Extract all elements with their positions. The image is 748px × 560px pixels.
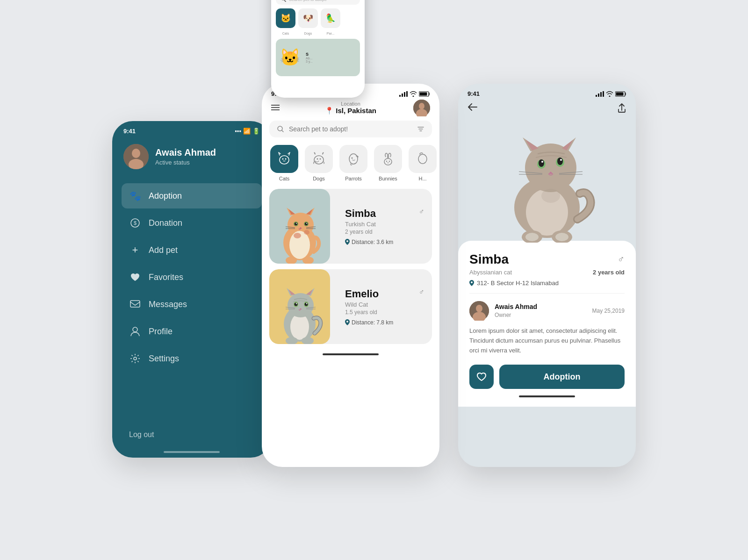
dogs-label: Dogs (313, 176, 325, 181)
search-bar[interactable] (269, 121, 432, 137)
nav-item-messages[interactable]: Messages (122, 292, 262, 317)
nav-label-adoption: Adoption (149, 191, 182, 201)
svg-text:$: $ (134, 220, 137, 226)
location-pin-icon: 📍 (325, 107, 334, 115)
category-parrots[interactable]: Parrots (338, 145, 368, 181)
svg-rect-77 (600, 92, 602, 97)
svg-point-21 (280, 156, 289, 164)
nav-item-adoption[interactable]: 🐾 Adoption (122, 183, 262, 208)
parrot-icon (346, 151, 361, 166)
mini-categories: 🐱 🐶 🦜 (271, 7, 365, 30)
svg-point-6 (133, 327, 137, 332)
pet-detail-header: Simba ♂ (469, 252, 625, 267)
emelio-distance: Distance: 7.8 km (345, 319, 424, 326)
category-dogs[interactable]: Dogs (304, 145, 334, 181)
mini-search: 🔍 Search pet to adopt! (276, 0, 360, 5)
svg-point-28 (352, 158, 353, 159)
svg-point-31 (389, 161, 390, 162)
emelio-distance-text: Distance: 7.8 km (352, 319, 393, 326)
category-horses[interactable]: H... (408, 145, 438, 181)
logout-button[interactable]: Log out (129, 431, 154, 439)
location-pin2-icon (345, 319, 350, 325)
emelio-gender: ♂ (419, 288, 424, 296)
nav-item-favorites[interactable]: Favorites (122, 265, 262, 290)
pet-card-emelio[interactable]: Emelio ♂ Wild Cat 1.5 years old Distance… (269, 269, 432, 344)
phone3-status-icons (596, 91, 626, 97)
settings-icon (129, 352, 141, 365)
pet-address: 312- B Sector H-12 Islamabad (469, 280, 625, 294)
back-button[interactable] (468, 103, 478, 115)
search-icon (277, 125, 284, 133)
location-pin-icon (345, 239, 350, 245)
svg-point-22 (282, 158, 284, 160)
nav-label-add-pet: Add pet (149, 245, 178, 255)
heart-icon (129, 271, 141, 283)
cat-icon (277, 151, 292, 166)
phone2-status-icons (399, 91, 430, 97)
pet-detail-meta: Abyssianian cat 2 years old (469, 269, 625, 276)
cats-label: Cats (279, 176, 290, 181)
mini-cats-label: Cats (276, 32, 295, 35)
owner-date: May 25,2019 (592, 308, 625, 314)
phone1-status-icons: ▪▪▪ 📶 🔋 (235, 128, 260, 135)
signal-icon3 (596, 91, 604, 97)
user-info: Awais Ahmad Active status (155, 147, 216, 166)
svg-rect-9 (402, 93, 403, 97)
hero-cat-image (458, 121, 636, 243)
svg-point-54 (304, 230, 309, 235)
search-input[interactable] (289, 125, 412, 133)
svg-point-57 (288, 293, 314, 317)
svg-point-56 (290, 314, 309, 340)
svg-point-105 (476, 305, 482, 312)
owner-role: Owner (495, 312, 511, 318)
mini-pet-card-1: 🐱 S Ab... 3 y... (276, 39, 360, 76)
svg-point-53 (294, 233, 301, 238)
user-avatar-small[interactable] (413, 100, 430, 116)
favorite-button[interactable] (469, 365, 494, 389)
mini-cat-parrots: 🦜 (321, 8, 340, 28)
hamburger-icon[interactable] (271, 104, 280, 112)
user-status: Active status (155, 159, 190, 166)
nav-item-profile[interactable]: Profile (122, 319, 262, 344)
simba-name: Simba (345, 208, 424, 220)
svg-point-18 (419, 103, 424, 109)
wifi-icon (410, 91, 417, 97)
phone1-menu: 9:41 ▪▪▪ 📶 🔋 Awais Ahmad Active status (112, 121, 271, 458)
share-button[interactable] (617, 103, 626, 115)
category-bunnies[interactable]: Bunnies (373, 145, 403, 181)
mini-cat1-img: 🐱 (276, 39, 304, 76)
phone2-list: 9:41 (262, 84, 439, 467)
owner-row: Awais Ahmad Owner May 25,2019 (469, 301, 625, 321)
svg-point-67 (306, 303, 307, 304)
adoption-button[interactable]: Adoption (499, 365, 625, 389)
svg-rect-8 (399, 95, 401, 97)
simba-distance-text: Distance: 3.6 km (352, 239, 393, 245)
simba-gender: ♂ (419, 208, 424, 216)
svg-point-43 (305, 223, 308, 225)
horses-label: H... (418, 176, 426, 181)
action-buttons: Adoption (469, 365, 625, 389)
filter-icon[interactable] (417, 125, 424, 133)
pet-breed: Abyssianian cat (469, 269, 512, 276)
svg-point-64 (295, 303, 298, 306)
nav-item-donation[interactable]: $ Donation (122, 210, 262, 236)
adoption-icon: 🐾 (129, 190, 141, 202)
pet-description: Lorem ipsum dolor sit amet, consectetur … (469, 326, 625, 355)
mini-cat-labels: Cats Dogs Par... (271, 30, 365, 37)
svg-rect-75 (596, 95, 597, 97)
user-avatar (123, 144, 149, 169)
category-cats[interactable]: Cats (269, 145, 299, 181)
nav-item-settings[interactable]: Settings (122, 346, 262, 371)
battery-icon3 (615, 91, 626, 97)
battery-icon (419, 91, 430, 97)
emelio-cat-svg (272, 272, 328, 344)
pet-card-simba[interactable]: Simba ♂ Turkish Cat 2 years old Distance… (269, 189, 432, 264)
parrots-label: Parrots (345, 176, 361, 181)
user-name: Awais Ahmad (155, 147, 216, 158)
wifi-icon3 (606, 91, 613, 97)
mini-search-icon: 🔍 (280, 0, 286, 2)
phone1-time: 9:41 (123, 128, 136, 135)
phone2-location-bar: Location 📍 Isl, Pakistan (262, 97, 439, 117)
nav-item-add-pet[interactable]: + Add pet (122, 237, 262, 263)
nav-label-messages: Messages (149, 300, 187, 309)
